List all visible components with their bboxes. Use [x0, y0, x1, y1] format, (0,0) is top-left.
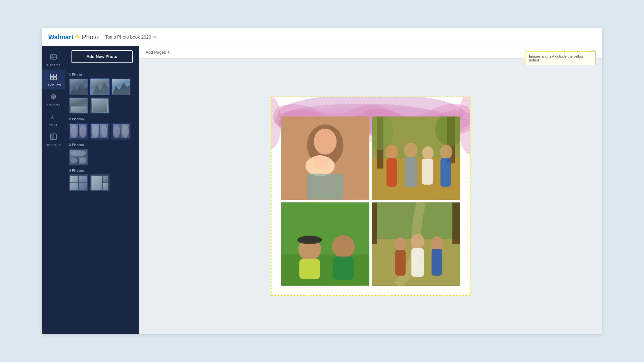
section-label-1photo: 1 Photo: [69, 73, 135, 77]
svg-marker-17: [112, 83, 131, 95]
svg-rect-3: [54, 74, 56, 77]
layout-3photo-thumb-1[interactable]: [69, 149, 88, 165]
svg-rect-4: [51, 77, 53, 80]
canvas-scroll[interactable]: Images and text outside the yellow dotte…: [139, 59, 602, 334]
svg-rect-41: [422, 159, 433, 185]
project-title-area: Toms Photo book 2020 ✏: [105, 34, 157, 40]
svg-point-27: [313, 155, 327, 169]
add-new-photo-button[interactable]: Add New Photo: [71, 50, 133, 63]
photo-book-page: [271, 97, 470, 296]
sidebar-item-layouts[interactable]: LAYOUTS: [42, 70, 65, 89]
section-label-2photos: 2 Photos: [69, 117, 135, 121]
add-pages-icon: +: [167, 49, 170, 55]
photo-logo-text: Photo: [82, 33, 99, 41]
svg-rect-0: [51, 55, 56, 59]
svg-rect-60: [411, 248, 424, 277]
sidebar-item-text[interactable]: A i TEXT: [42, 109, 65, 129]
photo-slot-top-left[interactable]: [281, 116, 369, 200]
add-pages-button[interactable]: Add Pages +: [146, 49, 170, 55]
svg-rect-39: [405, 157, 417, 187]
svg-rect-28: [307, 173, 344, 200]
svg-rect-51: [333, 256, 354, 280]
svg-rect-2: [51, 74, 53, 77]
layouts-panel-wrapper: Add New Photo 1 Photo: [65, 46, 139, 334]
photo-slot-top-right[interactable]: [372, 116, 460, 200]
svg-rect-5: [54, 77, 56, 80]
tooltip-text: Images and text outside the yellow dotte…: [529, 59, 583, 62]
layout-2photo-thumb-1[interactable]: [69, 123, 88, 140]
layout-2photo-thumb-3[interactable]: [111, 123, 131, 140]
logo: Walmart ✳ Photo: [48, 33, 99, 41]
photo-slot-bottom-right[interactable]: [372, 202, 460, 286]
body: PHOTOS LAYOUTS: [42, 46, 602, 334]
svg-point-9: [52, 97, 54, 99]
svg-point-7: [52, 95, 53, 97]
sidebar-left: PHOTOS LAYOUTS: [42, 46, 65, 334]
sidebar-item-photos[interactable]: PHOTOS: [42, 50, 65, 70]
layout-thumbs-3photos: [69, 149, 135, 165]
svg-point-1: [52, 56, 53, 57]
section-label-4photos: 4 Photos: [69, 169, 135, 172]
colors-icon: [50, 93, 57, 102]
layout-thumb-1[interactable]: [69, 79, 88, 95]
svg-point-38: [404, 143, 418, 158]
layout-4photo-thumb-1[interactable]: [69, 174, 88, 191]
layout-thumbs-4photos: [69, 174, 135, 191]
layout-thumbs-2photos: [69, 123, 135, 140]
svg-point-40: [422, 146, 433, 160]
photo-grid: [281, 116, 460, 286]
designs-label: DESIGNS: [46, 144, 61, 147]
layout-thumb-2[interactable]: [90, 79, 109, 95]
colors-label: COLORS: [46, 104, 61, 107]
layouts-label: LAYOUTS: [46, 84, 61, 87]
layout-thumb-5[interactable]: [90, 97, 109, 114]
svg-rect-45: [281, 254, 369, 285]
project-name: Toms Photo book 2020: [105, 34, 151, 40]
svg-point-22: [271, 97, 281, 149]
svg-point-25: [314, 128, 337, 154]
app-container: Walmart ✳ Photo Toms Photo book 2020 ✏ P…: [42, 28, 602, 334]
text-label: TEXT: [49, 124, 58, 127]
layout-4photo-thumb-2[interactable]: [90, 174, 109, 191]
layouts-panel: Add New Photo 1 Photo: [65, 46, 139, 334]
svg-text:i: i: [53, 116, 54, 119]
svg-rect-13: [51, 134, 54, 140]
tooltip-box: Images and text outside the yellow dotte…: [525, 59, 596, 65]
section-label-3photos: 3 Photos: [69, 143, 135, 147]
layout-2photo-thumb-2[interactable]: [90, 123, 109, 140]
svg-point-36: [385, 144, 398, 159]
svg-rect-56: [452, 202, 460, 244]
layouts-icon: [50, 73, 57, 82]
designs-icon: [50, 133, 57, 142]
svg-rect-43: [440, 158, 451, 187]
photo-slot-bottom-left[interactable]: [281, 202, 369, 286]
svg-marker-16: [92, 83, 109, 95]
svg-point-57: [395, 237, 406, 251]
walmart-logo-text: Walmart: [48, 33, 73, 41]
svg-rect-55: [372, 202, 377, 244]
svg-rect-62: [431, 249, 442, 276]
canvas-area: Add Pages + Delete Spread ⬜ Images and t…: [139, 46, 602, 334]
text-icon: A i: [50, 113, 57, 122]
svg-rect-49: [299, 258, 320, 279]
svg-rect-37: [386, 158, 397, 187]
layout-thumb-3[interactable]: [111, 79, 131, 95]
photos-icon: [50, 53, 57, 62]
photos-label: PHOTOS: [46, 64, 61, 67]
walmart-spark-icon: ✳: [75, 33, 80, 41]
add-pages-label: Add Pages: [146, 50, 166, 55]
sidebar-item-designs[interactable]: DESIGNS: [42, 129, 65, 149]
svg-point-8: [53, 95, 55, 97]
edit-project-name-icon[interactable]: ✏: [153, 34, 157, 40]
svg-rect-48: [303, 236, 317, 242]
svg-point-42: [440, 144, 452, 159]
svg-marker-15: [70, 86, 88, 95]
svg-point-61: [431, 236, 442, 250]
layout-thumb-4[interactable]: [69, 97, 88, 114]
svg-rect-58: [395, 250, 406, 276]
svg-point-50: [332, 235, 355, 258]
layout-thumbs-1photo: [69, 79, 135, 114]
svg-point-59: [411, 234, 424, 249]
layouts-scroll-area[interactable]: 1 Photo: [65, 67, 139, 334]
sidebar-item-colors[interactable]: COLORS: [42, 89, 65, 109]
